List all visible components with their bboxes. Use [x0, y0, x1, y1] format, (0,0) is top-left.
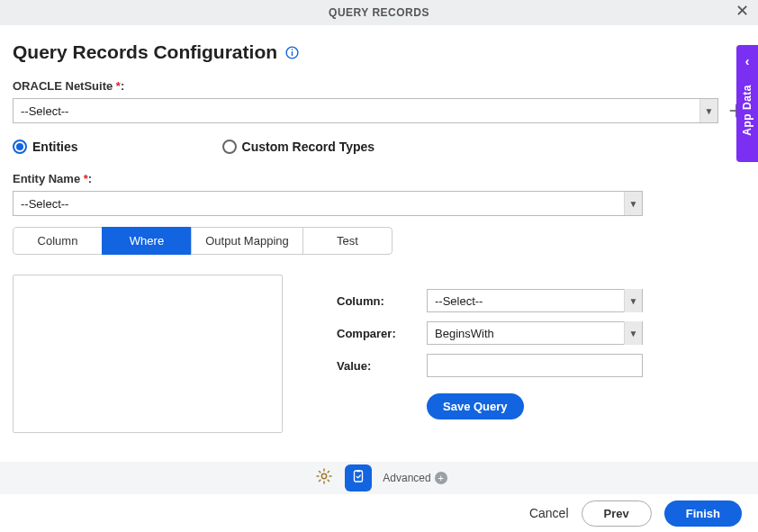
close-icon[interactable]: ✕ — [735, 3, 749, 19]
cancel-button[interactable]: Cancel — [529, 506, 569, 520]
settings-button[interactable] — [311, 464, 338, 491]
clipboard-icon — [350, 468, 366, 488]
chevron-down-icon: ▼ — [624, 321, 642, 345]
where-comparer-select[interactable]: BeginsWith ▼ — [427, 321, 643, 345]
prev-button[interactable]: Prev — [582, 500, 652, 527]
info-icon[interactable] — [284, 45, 300, 60]
advanced-toggle[interactable]: Advanced + — [383, 472, 447, 484]
finish-button[interactable]: Finish — [664, 500, 742, 527]
svg-rect-2 — [292, 49, 293, 50]
app-data-label: App Data — [741, 85, 753, 136]
chevron-down-icon: ▼ — [624, 192, 642, 215]
dialog-title: QUERY RECORDS — [0, 6, 758, 19]
config-tabs: Column Where Output Mapping Test — [13, 227, 395, 255]
oracle-select[interactable]: --Select-- ▼ — [13, 98, 718, 123]
clipboard-button[interactable] — [345, 464, 372, 491]
entity-name-select-value: --Select-- — [21, 197, 68, 211]
where-comparer-label: Comparer: — [337, 327, 427, 340]
svg-rect-5 — [356, 470, 361, 472]
where-column-label: Column: — [337, 294, 427, 308]
where-column-value: --Select-- — [435, 294, 483, 308]
radio-custom-label: Custom Record Types — [242, 140, 375, 154]
where-column-select[interactable]: --Select-- ▼ — [427, 289, 643, 312]
where-value-label: Value: — [337, 359, 427, 373]
where-comparer-value: BeginsWith — [435, 327, 494, 340]
query-clauses-panel[interactable] — [13, 275, 283, 433]
tab-output-mapping[interactable]: Output Mapping — [191, 227, 303, 255]
entity-name-label: Entity Name *: — [13, 172, 745, 185]
app-data-panel-toggle[interactable]: ‹ App Data — [736, 45, 758, 162]
tab-test[interactable]: Test — [302, 227, 393, 255]
oracle-select-value: --Select-- — [21, 104, 68, 118]
radio-icon — [13, 140, 27, 154]
oracle-label: ORACLE NetSuite *: — [13, 79, 745, 93]
page-title: Query Records Configuration — [13, 41, 277, 63]
svg-rect-1 — [292, 51, 293, 56]
chevron-down-icon: ▼ — [699, 99, 717, 122]
entity-name-select[interactable]: --Select-- ▼ — [13, 191, 643, 216]
advanced-label: Advanced — [383, 472, 430, 484]
radio-custom-record-types[interactable]: Custom Record Types — [222, 140, 375, 154]
save-query-button[interactable]: Save Query — [427, 393, 524, 419]
svg-point-3 — [322, 473, 327, 478]
chevron-left-icon: ‹ — [745, 54, 750, 68]
radio-entities[interactable]: Entities — [13, 140, 78, 154]
gear-icon — [315, 467, 333, 489]
radio-entities-label: Entities — [32, 140, 78, 154]
tab-column[interactable]: Column — [13, 227, 103, 255]
plus-circle-icon: + — [435, 472, 447, 484]
dialog-header: QUERY RECORDS ✕ — [0, 0, 758, 25]
wizard-footer: Cancel Prev Finish — [0, 494, 758, 532]
svg-rect-4 — [355, 471, 363, 482]
tab-where[interactable]: Where — [102, 227, 192, 255]
where-value-input[interactable] — [427, 354, 643, 377]
radio-icon — [222, 140, 237, 154]
chevron-down-icon: ▼ — [624, 289, 642, 312]
bottom-toolbar: Advanced + — [0, 462, 758, 494]
